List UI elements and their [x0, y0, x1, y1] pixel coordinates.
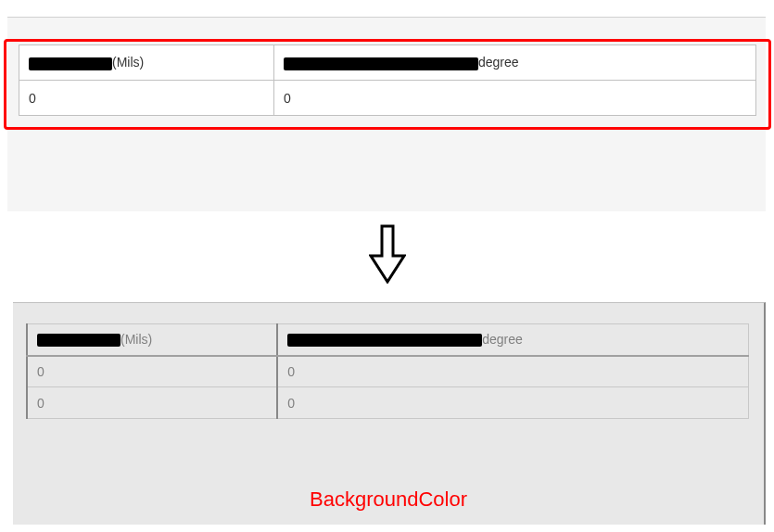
- table-row: 0 0: [27, 387, 749, 419]
- table-row: 0 0: [27, 356, 749, 387]
- table-header-row: (Mils) degree: [27, 324, 749, 356]
- bottom-header-col2[interactable]: degree: [277, 324, 748, 356]
- top-table: (Mils) degree 0 0: [19, 44, 756, 116]
- table-row: 0 0: [19, 81, 756, 116]
- top-header-col2[interactable]: degree: [274, 45, 756, 81]
- redacted-text: [287, 334, 482, 347]
- col1-suffix: (Mils): [121, 332, 152, 347]
- redacted-text: [284, 57, 478, 70]
- bottom-header-col1[interactable]: (Mils): [27, 324, 277, 356]
- table-header-row: (Mils) degree: [19, 45, 756, 81]
- bottom-cell-r0c0[interactable]: 0: [27, 356, 277, 387]
- bottom-cell-r0c1[interactable]: 0: [277, 356, 748, 387]
- bottom-cell-r1c1[interactable]: 0: [277, 387, 748, 419]
- bottom-table: (Mils) degree 0 0 0 0: [26, 323, 749, 419]
- top-cell-r0c1[interactable]: 0: [274, 81, 756, 116]
- caption-label: BackgroundColor: [13, 488, 764, 512]
- redacted-text: [37, 334, 121, 347]
- top-header-col1[interactable]: (Mils): [19, 45, 274, 81]
- top-cell-r0c0[interactable]: 0: [19, 81, 274, 116]
- bottom-cell-r1c0[interactable]: 0: [27, 387, 277, 419]
- arrow-down-icon: [369, 224, 406, 284]
- col2-suffix: degree: [478, 55, 519, 70]
- col1-suffix: (Mils): [112, 55, 144, 70]
- redacted-text: [29, 57, 112, 70]
- col2-suffix: degree: [482, 332, 523, 347]
- bottom-panel: (Mils) degree 0 0 0 0 BackgroundColor: [13, 302, 766, 525]
